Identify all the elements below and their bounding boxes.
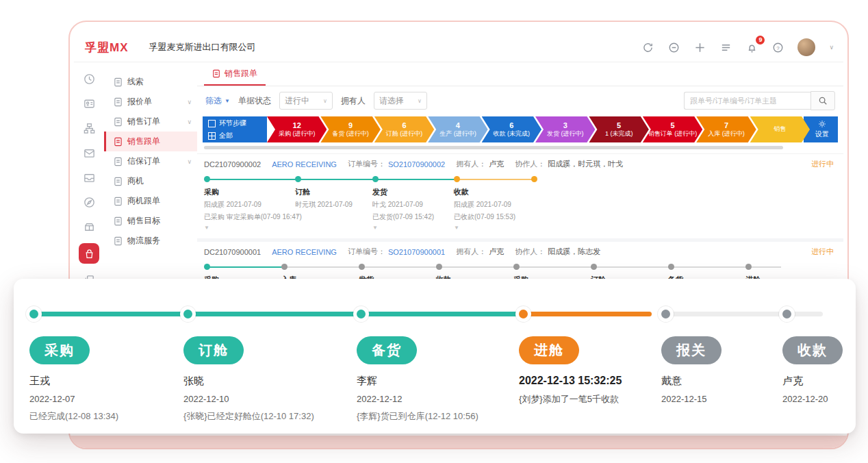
milestone-owner-date: 叶戈 2021-07-09 [372, 200, 454, 210]
doc-icon [114, 157, 123, 166]
stage-steps-checkbox[interactable]: 环节步骤 [208, 118, 267, 128]
dashboard-icon[interactable] [81, 71, 97, 87]
order-type-link[interactable]: AERO RECEIVING [272, 248, 337, 256]
milestone-track [372, 176, 454, 182]
order-code-link[interactable]: DC21070900001 [204, 248, 261, 256]
stage-arrow[interactable]: 3 发货 (进行中) [535, 116, 595, 142]
milestone-track [204, 264, 281, 270]
owner-select[interactable]: 请选择 ∨ [374, 92, 427, 110]
filter-button[interactable]: 筛选 ▼ [205, 95, 230, 107]
bell-icon[interactable]: 9 [745, 41, 758, 53]
stage-arrow[interactable]: 9 备货 (进行中) [320, 116, 380, 142]
milestone-connector [537, 179, 611, 180]
stage-connector [363, 312, 525, 316]
stage-pill: 订舱 [183, 336, 244, 364]
milestone-expand-caret[interactable]: ▼ [204, 225, 295, 231]
doc-icon [114, 177, 123, 186]
tab-sales-followup[interactable]: 销售跟单 [204, 62, 266, 86]
stage-arrow[interactable]: 5 销售订单 (进行中) [643, 116, 702, 142]
sync-icon[interactable] [641, 41, 654, 53]
compass-icon[interactable] [81, 194, 97, 210]
milestone-connector [301, 179, 375, 180]
stage-arrow[interactable]: 4 生产 (进行中) [428, 116, 487, 142]
stage-note: {李辉}货已到仓库(12-12 10:56) [357, 410, 519, 423]
sidebar-menu-item[interactable]: 信保订单 ∨ [104, 151, 197, 171]
milestone-connector [442, 266, 516, 268]
sidebar-menu-item[interactable]: 物流服务 [104, 231, 197, 251]
stage-arrow[interactable]: 销售 [750, 116, 810, 142]
sidebar-menu-item[interactable]: 线索 [104, 72, 197, 92]
sidebar-menu-item[interactable]: 销售订单 ∨ [104, 112, 197, 132]
stage-arrow[interactable]: 7 入库 (进行中) [696, 116, 756, 142]
stage-label: 入库 (进行中) [708, 130, 745, 138]
stage-track [661, 305, 782, 323]
stage-progress-bar: 环节步骤 全部 12 采购 (进行中) 9 备货 (进行中) [203, 116, 838, 142]
milestone-dot [204, 264, 210, 270]
stage-arrow[interactable]: 6 收款 (未完成) [482, 116, 541, 142]
milestone-dot [591, 264, 597, 270]
stage-all-toggle[interactable]: 全部 [208, 131, 267, 140]
stage-date: 2022-12-12 [357, 394, 519, 404]
status-select[interactable]: 进行中 ∨ [279, 92, 333, 110]
search-input[interactable] [684, 92, 810, 110]
search-button[interactable] [810, 91, 835, 110]
order-type-link[interactable]: AERO RECEIVING [272, 160, 337, 168]
sidebar-menu-item[interactable]: 销售跟单 [104, 132, 197, 151]
stage-label: 1 (未完成) [605, 130, 633, 138]
sidebar-menu-item[interactable]: 商机跟单 [104, 191, 197, 211]
grid-icon [208, 132, 216, 140]
milestone-expand-caret[interactable]: ▼ [454, 225, 531, 231]
sales-docs-icon[interactable] [79, 243, 99, 264]
milestone-track [668, 264, 745, 270]
stage-connector [789, 312, 823, 316]
stage-label: 生产 (进行中) [439, 130, 476, 138]
stage-dot [357, 310, 366, 318]
contacts-icon[interactable] [81, 95, 97, 112]
stage-dot [782, 310, 791, 318]
chevron-down-icon: ∨ [187, 99, 192, 105]
sidebar-menu-item[interactable]: 商机 [104, 171, 197, 191]
menu-item-label: 销售订单 [127, 116, 160, 127]
owner-label: 拥有人： [456, 247, 486, 257]
stage-dot [661, 310, 670, 318]
order-no-link[interactable]: SO21070900002 [388, 160, 445, 168]
overlay-stage: 订舱 张晓 2022-12-10 {张晓}已经定好舱位(12-10 17:32) [183, 305, 357, 423]
doc-icon [114, 77, 123, 87]
milestone-note: 已收款(07-09 15:53) [454, 212, 531, 222]
inbox-icon[interactable] [81, 169, 97, 186]
milestone-expand-caret[interactable]: ▼ [295, 212, 372, 218]
owner-select-placeholder: 请选择 [379, 95, 404, 107]
add-icon[interactable] [693, 41, 706, 53]
menu-item-label: 物流服务 [127, 235, 160, 247]
stage-track [183, 305, 357, 323]
list-icon[interactable] [719, 41, 732, 53]
order-timeline: 采购 阳成蹊 2021-07-09 已采购 审定采购单(07-09 16:47)… [197, 171, 843, 233]
shipping-icon[interactable] [81, 218, 97, 235]
milestone-dot [454, 176, 460, 182]
milestone-expand-caret[interactable]: ▼ [372, 225, 454, 231]
checkbox-icon [208, 120, 216, 127]
menu-item-label: 商机跟单 [127, 195, 160, 207]
mail-icon[interactable] [81, 145, 97, 161]
milestone-name: 采购 [204, 187, 295, 197]
stage-person: 王戎 [29, 375, 183, 388]
milestone-track [531, 176, 609, 182]
stage-arrow[interactable]: 6 订舱 (进行中) [374, 116, 434, 142]
avatar[interactable] [797, 38, 815, 56]
milestone-dot [668, 264, 674, 270]
stage-connector [525, 312, 652, 316]
stage-count: 7 [724, 121, 728, 130]
stage-arrow[interactable]: 12 采购 (进行中) [267, 116, 327, 142]
stage-arrow[interactable]: 5 1 (未完成) [589, 116, 648, 142]
sidebar-menu-item[interactable]: 销售目标 [104, 211, 197, 231]
order-code-link[interactable]: DC21070900002 [204, 160, 261, 168]
message-icon[interactable] [667, 41, 680, 53]
org-icon[interactable] [81, 120, 97, 136]
caret-down-icon[interactable]: ∨ [829, 44, 834, 51]
order-no-link[interactable]: SO21070900001 [388, 248, 445, 256]
sidebar-menu-item[interactable]: 报价单 ∨ [104, 92, 197, 112]
topbar-actions: 9 ? ∨ [641, 38, 834, 56]
horizontal-scrollbar[interactable] [204, 146, 783, 149]
help-icon[interactable]: ? [771, 41, 784, 53]
milestone-name: 收款 [454, 187, 531, 197]
